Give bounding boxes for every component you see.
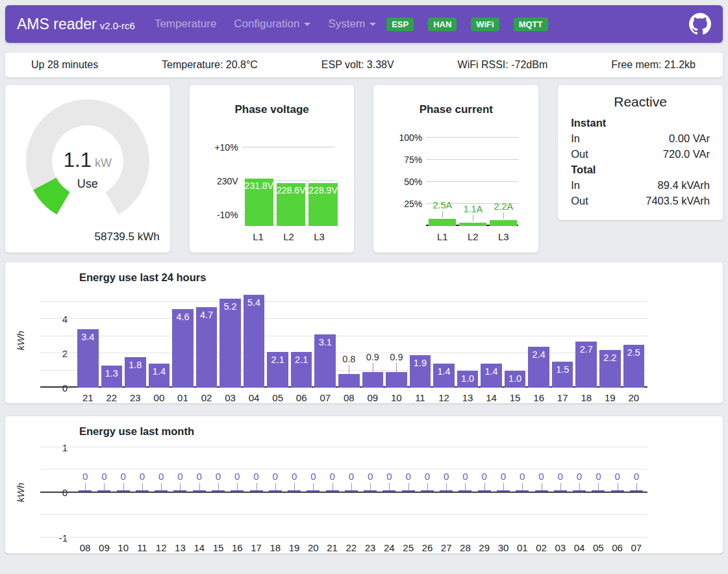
xtick-label: 22: [101, 392, 123, 403]
reactive-row: In89.4 kVArh: [571, 177, 710, 193]
bar-L1: 2.5A: [429, 219, 456, 226]
gauge-label: Use: [19, 177, 156, 191]
nav-item-system[interactable]: System: [328, 18, 376, 31]
bar-value-label: 1.4: [433, 364, 455, 377]
xtick-label: 29: [476, 542, 493, 553]
bar-value-label: 0: [386, 471, 392, 482]
xtick-label: 28: [457, 542, 473, 553]
bar-value-label: 0: [482, 471, 487, 482]
ytick-label: 0: [62, 382, 68, 393]
xtick-label: 25: [400, 542, 417, 553]
bar-value-label: 1.1A: [463, 204, 483, 214]
reactive-row-value: 720.0 VAr: [663, 146, 710, 162]
xtick-label: 09: [362, 392, 384, 403]
xtick-label: 07: [628, 542, 645, 553]
bar-label-tick: [446, 483, 447, 490]
bars-row: 3.41.31.81.44.64.75.25.42.12.13.10.80.90…: [74, 293, 647, 388]
accumulated-total: 58739.5 kWh: [95, 231, 160, 243]
bar-L1: 231.8V: [245, 179, 273, 226]
bar-hour-08: 0.8: [338, 374, 360, 388]
xtick-label: 18: [575, 392, 597, 403]
status-item-2: ESP volt: 3.38V: [321, 59, 394, 71]
brand[interactable]: AMS readerv2.0-rc6: [17, 16, 135, 33]
zero-bar: [173, 490, 186, 492]
bars-row: 2.5A1.1A2.2A: [427, 125, 518, 226]
bar-value-label: 0: [234, 471, 240, 482]
bar-value-label: 1.4: [481, 364, 502, 377]
bar-hour-15: 1.0: [505, 371, 526, 388]
bar-label-tick: [598, 483, 599, 490]
energy-24h-card: Energy use last 24 hours kWh 024 3.41.31…: [5, 262, 723, 403]
phase-current-title: Phase current: [373, 103, 538, 116]
zero-bar: [497, 490, 510, 492]
ytick-label: 25%: [404, 199, 422, 209]
xtick-label: 06: [291, 392, 312, 403]
bar-value-label: 0: [197, 471, 202, 482]
nav-item-temperature[interactable]: Temperature: [155, 18, 216, 31]
energy-month-card: Energy use last month kWh 10-1 000000000…: [5, 416, 723, 553]
github-octocat-icon: [689, 13, 711, 35]
bar-value-label: 1.5: [552, 362, 573, 375]
phase-current-yticks: 100%75%50%25%: [394, 125, 427, 226]
ytick-label: 230V: [217, 176, 238, 186]
bar-value-label: 0: [405, 471, 410, 482]
xtick-label: 10: [115, 542, 132, 553]
bar-day-23: 0: [362, 447, 379, 538]
bar-L3: 2.2A: [490, 220, 517, 226]
bar-day-27: 0: [438, 447, 455, 538]
brand-version: v2.0-rc6: [100, 20, 135, 31]
badge-wifi: WiFi: [471, 18, 499, 31]
bar-day-09: 0: [95, 447, 112, 538]
bar-label-tick: [465, 483, 466, 490]
xtick-label: 14: [481, 392, 502, 403]
xtick-label: 03: [552, 542, 569, 553]
xtick-label: 13: [171, 542, 188, 553]
bar-value-label: 0: [329, 471, 334, 482]
reactive-section-heading: Total: [571, 162, 710, 177]
nav-item-configuration[interactable]: Configuration: [234, 18, 310, 31]
energy-month-plot: 000000000000000000000000000000: [74, 447, 647, 538]
zero-bar: [193, 490, 206, 492]
reactive-rows: InstantIn0.00 VArOut720.0 VArTotalIn89.4…: [571, 115, 710, 208]
bar-label-tick: [522, 483, 523, 490]
bar-hour-18: 2.7: [575, 342, 597, 388]
bar-day-05: 0: [590, 447, 607, 538]
bar-day-28: 0: [457, 447, 473, 538]
bar-value-label: 0: [577, 471, 582, 482]
github-link[interactable]: [689, 13, 711, 35]
bar-hour-05: 2.1: [267, 352, 288, 388]
bar-label-tick: [294, 483, 295, 490]
zero-bar: [383, 490, 395, 492]
bar-hour-09: 0.9: [362, 372, 384, 388]
bar-day-30: 0: [495, 447, 512, 538]
phase-voltage-card: Phase voltage +10%230V-10% 231.8V228.6V2…: [190, 85, 355, 253]
bar-label-tick: [503, 483, 504, 490]
xtick-label: 21: [77, 392, 99, 403]
xtick-label: 20: [623, 392, 645, 403]
app-header: AMS readerv2.0-rc6 TemperatureConfigurat…: [5, 5, 723, 43]
xtick-label: 02: [196, 392, 218, 403]
bar-hour-06: 2.1: [291, 352, 312, 388]
zero-bar: [592, 490, 605, 492]
bar-label-tick: [257, 483, 257, 490]
energy-24h-yticks: 024: [35, 293, 74, 388]
bar-L2: 228.6V: [277, 183, 305, 226]
xtick-label: 19: [599, 392, 621, 403]
zero-bar: [307, 490, 320, 492]
bar-value-label: 0: [501, 471, 506, 482]
status-bar: Up 28 minutesTemperature: 20.8°CESP volt…: [5, 53, 723, 77]
bar-day-10: 0: [115, 447, 132, 538]
bar-value-label: 0: [596, 471, 601, 482]
reactive-row-label: In: [571, 131, 580, 146]
zero-bar: [79, 490, 92, 492]
xtick-label: 04: [571, 542, 588, 553]
reactive-row: Out720.0 VAr: [571, 146, 710, 162]
bar-value-label: 0: [614, 471, 620, 482]
xtick-label: 01: [514, 542, 531, 553]
bar-value-label: 2.7: [575, 342, 597, 355]
bar-value-label: 231.8V: [245, 179, 273, 191]
xtick-label: 02: [533, 542, 549, 553]
bar-hour-22: 1.3: [101, 366, 123, 388]
bar-label-tick: [503, 212, 504, 219]
bar-value-label: 1.0: [505, 371, 526, 384]
